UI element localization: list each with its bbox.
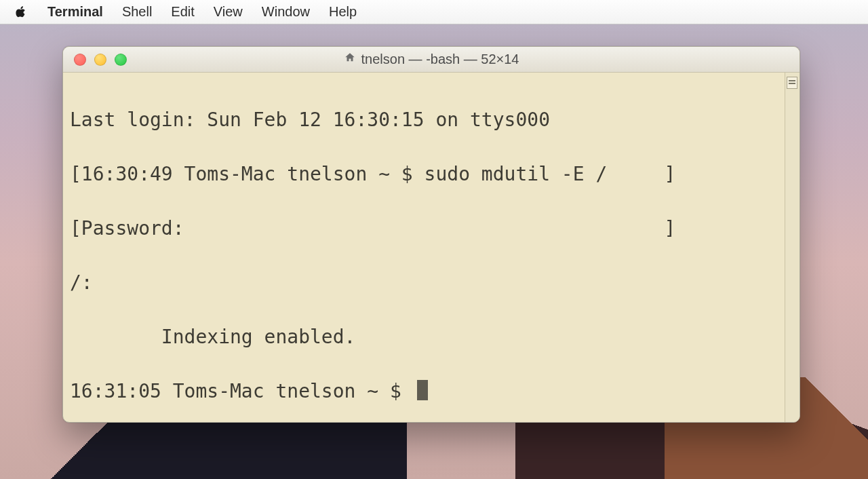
minimize-icon[interactable] [94,54,106,66]
zoom-icon[interactable] [115,54,127,66]
window-titlebar[interactable]: tnelson — -bash — 52×14 [63,47,800,73]
scrollbar-track[interactable] [785,73,800,422]
window-title-text: tnelson — -bash — 52×14 [361,52,519,67]
terminal-line: /: [70,269,779,296]
terminal-cursor [417,380,428,400]
window-title: tnelson — -bash — 52×14 [63,47,800,72]
apple-menu-icon[interactable] [14,5,28,20]
terminal-window[interactable]: tnelson — -bash — 52×14 Last login: Sun … [62,46,800,423]
menubar: Terminal Shell Edit View Window Help [0,0,868,24]
terminal-line: [16:30:49 Toms-Mac tnelson ~ $ sudo mdut… [70,161,779,188]
menubar-item-edit[interactable]: Edit [171,4,194,20]
terminal-line: [Password: ] [70,215,779,242]
scroll-to-top-icon[interactable] [787,77,797,89]
menubar-item-shell[interactable]: Shell [122,4,152,20]
traffic-lights [63,54,127,66]
terminal-line: Last login: Sun Feb 12 16:30:15 on ttys0… [70,107,779,134]
menubar-item-help[interactable]: Help [329,4,357,20]
terminal-line: Indexing enabled. [70,324,779,351]
close-icon[interactable] [74,54,86,66]
menubar-app-name[interactable]: Terminal [47,4,103,20]
menubar-item-window[interactable]: Window [262,4,310,20]
terminal-output[interactable]: Last login: Sun Feb 12 16:30:15 on ttys0… [63,73,785,422]
terminal-prompt: 16:31:05 Toms-Mac tnelson ~ $ [70,380,413,402]
menubar-item-view[interactable]: View [214,4,243,20]
home-icon [344,52,356,67]
